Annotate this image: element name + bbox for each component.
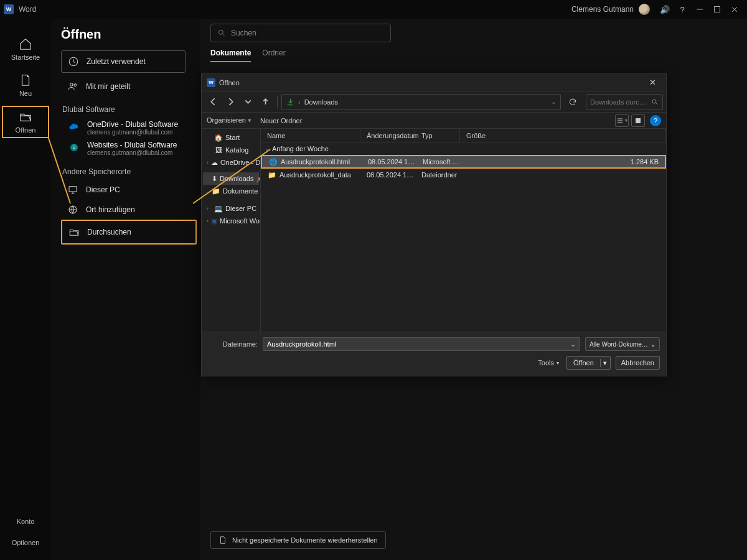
svg-point-2 [70, 83, 73, 86]
sharepoint-icon: S [68, 142, 80, 153]
source-addplace[interactable]: Ort hinzufügen [61, 200, 194, 220]
cancel-button[interactable]: Abbrechen [616, 356, 660, 370]
col-name[interactable]: Name [261, 129, 360, 142]
filetype-select[interactable]: Alle Word-Dokumente (*.docx;⌄ [585, 337, 660, 351]
tree-downloads[interactable]: ⬇Downloads📌 [203, 172, 259, 185]
source-shared[interactable]: Mit mir geteilt [61, 77, 194, 96]
nav-up-button[interactable] [257, 94, 273, 110]
dialog-titlebar: W Öffnen ✕ [202, 74, 666, 91]
recover-unsaved-button[interactable]: Nicht gespeicherte Dokumente wiederherst… [210, 531, 386, 549]
folder-open-icon [19, 110, 32, 124]
refresh-button[interactable] [565, 94, 581, 110]
minimize-button[interactable] [691, 1, 708, 18]
folder-icon: 📁 [267, 171, 277, 179]
col-date[interactable]: Änderungsdatum [360, 129, 415, 142]
open-button[interactable]: Öffnen▾ [566, 356, 611, 370]
folder-tree: 🏠Start 🖼Katalog ›☁OneDrive - Dlubal… ⬇Do… [202, 129, 261, 332]
tree-thispc[interactable]: ›💻Dieser PC [203, 202, 259, 215]
svg-rect-9 [288, 105, 293, 105]
tab-folders[interactable]: Ordner [262, 49, 285, 62]
nav-back-button[interactable] [205, 94, 221, 110]
col-type[interactable]: Typ [415, 129, 460, 142]
nav-account[interactable]: Konto [17, 513, 35, 530]
user-name[interactable]: Clemens Gutmann [571, 5, 634, 14]
source-sites[interactable]: S Websites - Dlubal Softwareclemens.gutm… [61, 138, 194, 159]
home-icon [19, 37, 32, 51]
dialog-title: Öffnen [219, 79, 240, 86]
filename-input[interactable]: Ausdruckprotokoll.html⌄ [263, 337, 580, 351]
pc-icon [67, 184, 78, 195]
dialog-footer: Dateiname: Ausdruckprotokoll.html⌄ Alle … [202, 332, 666, 376]
help-icon[interactable]: ? [650, 115, 661, 126]
nav-options[interactable]: Optionen [12, 534, 40, 551]
word-icon: W [207, 78, 215, 87]
dialog-search-input[interactable]: Downloads durchsuchen [586, 94, 663, 110]
tree-dokumente[interactable]: 📁Dokumente📌 [203, 185, 259, 197]
tree-word[interactable]: ›▣Microsoft Word [203, 215, 259, 227]
source-onedrive[interactable]: OneDrive - Dlubal Softwareclemens.gutman… [61, 118, 194, 138]
svg-rect-11 [636, 118, 641, 123]
left-nav: Startseite Neu Öffnen Konto Optionen [0, 19, 51, 560]
help-button[interactable]: ? [674, 1, 691, 18]
maximize-button[interactable] [708, 1, 726, 18]
page-title: Öffnen [61, 27, 194, 42]
file-open-dialog: W Öffnen ✕ › Downloads ⌄ Downloads durch… [201, 73, 667, 376]
document-icon [218, 536, 227, 544]
nav-recent-button[interactable] [240, 94, 256, 110]
svg-point-3 [74, 84, 77, 86]
tree-katalog[interactable]: 🖼Katalog [203, 144, 259, 156]
cloud-icon [68, 121, 80, 133]
close-button[interactable] [726, 1, 743, 18]
mic-icon[interactable]: 🔊 [656, 1, 674, 18]
file-row[interactable]: 🌐Ausdruckprotokoll.html 08.05.2024 15:45… [261, 155, 666, 169]
download-icon [286, 98, 294, 106]
nav-home[interactable]: Startseite [3, 34, 48, 65]
view-list-button[interactable]: ▾ [615, 114, 629, 127]
svg-rect-6 [69, 187, 77, 192]
nav-forward-button[interactable] [222, 94, 238, 110]
folder-open-icon [68, 226, 80, 238]
avatar[interactable] [639, 4, 650, 15]
svg-point-8 [218, 30, 223, 34]
nav-open[interactable]: Öffnen [2, 106, 49, 138]
file-row[interactable]: 📁Ausdruckprotokoll_data 08.05.2024 16:31… [261, 169, 666, 181]
source-browse[interactable]: Durchsuchen [61, 220, 197, 245]
clock-icon [68, 56, 79, 67]
search-icon [651, 98, 659, 106]
svg-rect-0 [715, 7, 720, 12]
file-list: Name Änderungsdatum Typ Größe ⌄Anfang de… [261, 129, 666, 332]
nav-new[interactable]: Neu [3, 70, 48, 101]
tree-start[interactable]: 🏠Start [203, 131, 259, 144]
file-group[interactable]: ⌄Anfang der Woche [261, 142, 666, 155]
tab-documents[interactable]: Dokumente [210, 49, 251, 62]
dialog-nav: › Downloads ⌄ Downloads durchsuchen [202, 91, 666, 113]
title-bar: W Word Clemens Gutmann 🔊 ? [0, 0, 747, 19]
dialog-close-button[interactable]: ✕ [644, 77, 661, 89]
breadcrumb[interactable]: › Downloads ⌄ [281, 94, 561, 110]
search-icon [217, 29, 226, 37]
html-file-icon: 🌐 [268, 158, 278, 166]
globe-plus-icon [67, 204, 78, 215]
filename-label: Dateiname: [208, 340, 258, 348]
tools-menu[interactable]: Tools▾ [538, 359, 559, 366]
organize-menu[interactable]: Organisieren ▾ [207, 116, 251, 124]
search-input[interactable]: Suchen [210, 24, 391, 42]
app-name: Word [19, 5, 36, 14]
svg-text:S: S [73, 145, 76, 149]
people-icon [67, 81, 78, 92]
group-label: Dlubal Software [62, 105, 194, 114]
document-icon [19, 73, 32, 87]
other-label: Andere Speicherorte [62, 167, 194, 176]
dialog-command-bar: Organisieren ▾ Neuer Ordner ▾ ? [202, 113, 666, 129]
open-sources-panel: Öffnen Zuletzt verwendet Mit mir geteilt… [51, 19, 200, 560]
tree-onedrive[interactable]: ›☁OneDrive - Dlubal… [203, 156, 259, 169]
file-list-header[interactable]: Name Änderungsdatum Typ Größe [261, 129, 666, 142]
source-recent[interactable]: Zuletzt verwendet [61, 50, 186, 73]
tabs: Dokumente Ordner [210, 49, 741, 62]
new-folder-button[interactable]: Neuer Ordner [260, 117, 302, 124]
source-thispc[interactable]: Dieser PC [61, 180, 194, 200]
app-icon: W [4, 4, 14, 14]
svg-point-10 [652, 100, 656, 103]
view-details-button[interactable] [631, 114, 645, 127]
col-size[interactable]: Größe [460, 129, 666, 142]
